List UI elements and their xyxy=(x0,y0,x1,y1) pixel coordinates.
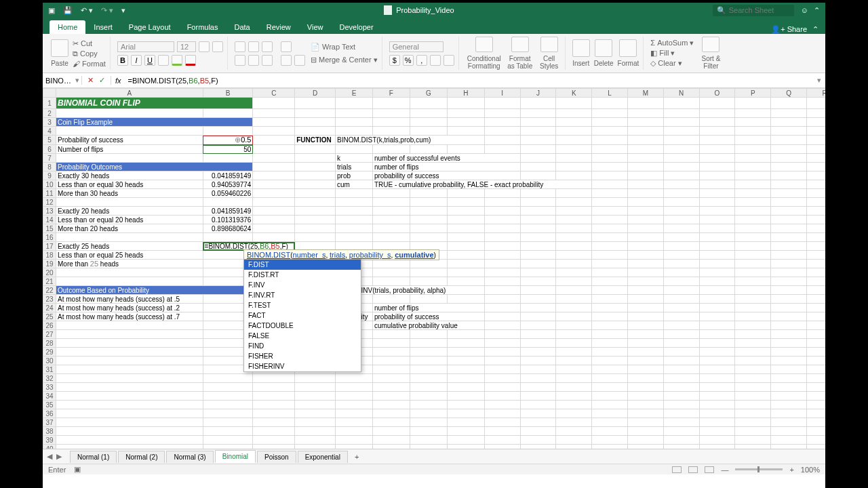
tab-home[interactable]: Home xyxy=(50,20,85,34)
tab-review[interactable]: Review xyxy=(258,20,299,34)
add-sheet-button[interactable]: + xyxy=(349,451,364,462)
italic-icon[interactable]: I xyxy=(131,55,142,66)
enter-icon[interactable]: ✓ xyxy=(99,76,105,85)
view-break-icon[interactable] xyxy=(705,466,714,473)
section1[interactable]: Coin Flip Example xyxy=(56,118,253,127)
tab-developer[interactable]: Developer xyxy=(331,20,381,34)
suggestion-item[interactable]: FACT xyxy=(244,310,361,321)
font-size[interactable]: 12 xyxy=(177,41,196,52)
cancel-icon[interactable]: ✕ xyxy=(87,76,94,85)
name-box[interactable]: BINOM.D...▾ xyxy=(43,76,82,85)
tab-formulas[interactable]: Formulas xyxy=(179,20,226,34)
autosum-button[interactable]: Σ AutoSum ▾ xyxy=(650,39,694,47)
currency-icon[interactable]: $ xyxy=(389,55,400,66)
merge-center-button[interactable]: ⊟ Merge & Center ▾ xyxy=(311,56,378,64)
orientation-icon[interactable] xyxy=(281,41,292,52)
cell-b6[interactable]: 50 xyxy=(203,145,253,154)
format-painter-button[interactable]: 🖌 Format xyxy=(73,60,106,68)
align-bot-icon[interactable] xyxy=(262,41,273,52)
zoom-in-icon[interactable]: + xyxy=(789,466,793,474)
cut-button[interactable]: ✂ Cut xyxy=(73,39,106,48)
sheet-tab[interactable]: Normal (2) xyxy=(118,451,165,463)
fill-button[interactable]: ◧ Fill ▾ xyxy=(650,49,694,58)
tab-pagelayout[interactable]: Page Layout xyxy=(121,20,179,34)
cell-e5[interactable]: BINOM.DIST(k,trials,prob,cum) xyxy=(336,136,485,145)
sheet-tab[interactable]: Normal (1) xyxy=(70,451,117,463)
tab-next-icon[interactable]: ▶ xyxy=(56,452,62,461)
format-cells-icon[interactable] xyxy=(619,39,637,57)
search-box[interactable]: 🔍 xyxy=(713,5,794,16)
font-name[interactable]: Arial xyxy=(117,41,174,52)
collapse-ribbon-icon[interactable]: ⌃ xyxy=(812,25,818,34)
suggestion-item[interactable]: F.DIST xyxy=(244,260,361,270)
sheet-tab[interactable]: Exponential xyxy=(298,451,348,463)
clear-button[interactable]: ◇ Clear ▾ xyxy=(650,59,694,68)
redo-icon[interactable]: ↷ ▾ xyxy=(101,6,113,15)
suggestion-item[interactable]: F.DIST.RT xyxy=(244,270,361,280)
wrap-text-button[interactable]: 📄 Wrap Text xyxy=(311,43,378,52)
view-layout-icon[interactable] xyxy=(688,466,698,473)
increase-font-icon[interactable] xyxy=(199,41,210,52)
comma-icon[interactable]: , xyxy=(416,55,427,66)
suggestion-item[interactable]: FIND xyxy=(244,341,361,351)
align-mid-icon[interactable] xyxy=(248,41,259,52)
worksheet[interactable]: ABCDEFGHIJKLMNOPQR 1BINOMIAL COIN FLIP 2… xyxy=(43,88,825,449)
tab-data[interactable]: Data xyxy=(226,20,258,34)
copy-button[interactable]: ⧉ Copy xyxy=(73,49,106,58)
sort-filter-icon[interactable] xyxy=(702,37,719,52)
tab-view[interactable]: View xyxy=(299,20,332,34)
section2[interactable]: Probability Outcomes xyxy=(56,163,253,171)
zoom-level[interactable]: 100% xyxy=(801,466,820,474)
align-right-icon[interactable] xyxy=(262,55,273,66)
sheet-tab-active[interactable]: Binomial xyxy=(215,450,256,463)
decrease-font-icon[interactable] xyxy=(212,41,223,52)
suggestion-item[interactable]: F.INV.RT xyxy=(244,290,361,300)
cell-b5[interactable]: ⊕0.5 xyxy=(203,136,253,145)
macro-icon[interactable]: ▣ xyxy=(74,465,81,474)
zoom-slider[interactable] xyxy=(735,468,783,470)
border-icon[interactable] xyxy=(158,55,169,66)
percent-icon[interactable]: % xyxy=(403,55,414,66)
bold-icon[interactable]: B xyxy=(117,55,128,66)
font-color-icon[interactable] xyxy=(185,55,196,66)
tab-insert[interactable]: Insert xyxy=(85,20,121,34)
undo-icon[interactable]: ↶ ▾ xyxy=(81,6,93,15)
autocomplete-list[interactable]: F.DIST F.DIST.RT F.INV F.INV.RT F.TEST F… xyxy=(243,259,361,372)
indent-inc-icon[interactable] xyxy=(294,55,305,66)
paste-icon[interactable] xyxy=(51,39,68,57)
expand-formula-icon[interactable]: ▾ xyxy=(813,76,825,85)
fx-icon[interactable]: fx xyxy=(111,77,125,85)
underline-icon[interactable]: U xyxy=(144,55,155,66)
dec-inc-icon[interactable] xyxy=(430,55,441,66)
suggestion-item[interactable]: FACTDOUBLE xyxy=(244,321,361,331)
suggestion-item[interactable]: F.TEST xyxy=(244,300,361,310)
align-left-icon[interactable] xyxy=(235,55,245,66)
align-top-icon[interactable] xyxy=(235,41,245,52)
formula-bar[interactable]: =BINOM.DIST(25,B6,B5,F) xyxy=(125,77,813,85)
cell-styles-icon[interactable] xyxy=(540,37,558,52)
fill-color-icon[interactable] xyxy=(172,55,182,66)
save-icon[interactable]: 💾 xyxy=(63,6,73,15)
number-format[interactable]: General xyxy=(389,41,443,52)
sheet-tab[interactable]: Poisson xyxy=(257,451,296,463)
feedback-icon[interactable]: ☺ xyxy=(801,6,808,14)
suggestion-item[interactable]: FISHERINV xyxy=(244,361,361,371)
share-button[interactable]: 👤+ Share xyxy=(771,25,807,34)
cond-format-icon[interactable] xyxy=(475,37,493,52)
title-cell[interactable]: BINOMIAL COIN FLIP xyxy=(56,98,253,109)
indent-dec-icon[interactable] xyxy=(281,55,292,66)
cell-a6[interactable]: Number of flips xyxy=(56,145,203,154)
cell-a5[interactable]: Probability of success xyxy=(56,136,203,145)
layout-icon[interactable]: ▣ xyxy=(48,6,55,15)
search-input[interactable] xyxy=(729,6,790,14)
format-table-icon[interactable] xyxy=(511,37,529,52)
suggestion-item[interactable]: F.INV xyxy=(244,280,361,290)
qat-more-icon[interactable]: ▾ xyxy=(121,6,125,15)
suggestion-item[interactable]: FISHER xyxy=(244,351,361,361)
suggestion-item[interactable]: FALSE xyxy=(244,331,361,341)
sheet-tab[interactable]: Normal (3) xyxy=(166,451,213,463)
dec-dec-icon[interactable] xyxy=(443,55,454,66)
ribbon-toggle-icon[interactable]: ⌃ xyxy=(814,6,820,15)
view-normal-icon[interactable] xyxy=(672,466,682,473)
cell-d5[interactable]: FUNCTION xyxy=(295,136,336,145)
